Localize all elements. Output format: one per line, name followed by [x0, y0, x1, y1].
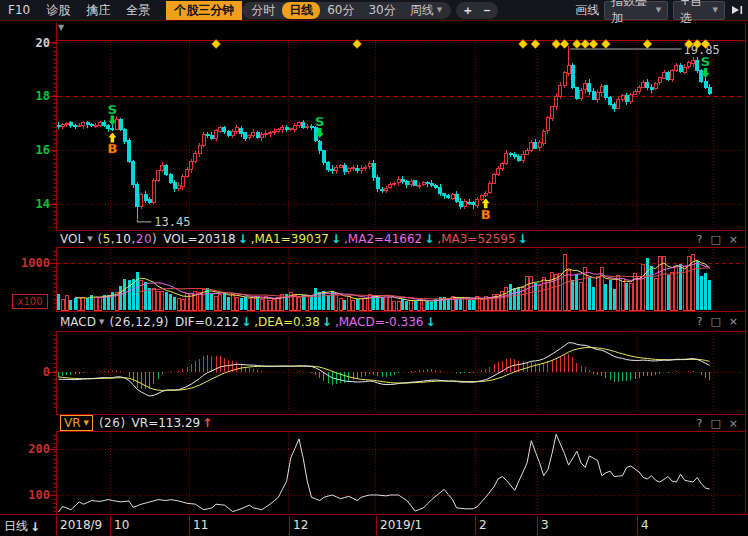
chart-dropdown-icon[interactable]: ▼: [58, 23, 64, 32]
macd-indicator-selector[interactable]: MACD ▼: [60, 315, 104, 329]
add-watchlist-button[interactable]: +自选 ▼: [673, 1, 725, 20]
indicator-value: ,MACD=-0.336: [335, 315, 424, 329]
period-switcher: 分时日线60分30分周线▼: [242, 2, 451, 19]
timeframe-label: 日线: [4, 518, 28, 535]
indicator-value: ,MA1=39037: [251, 232, 329, 246]
top-tabs: F10诊股擒庄全景个股三分钟: [8, 1, 242, 20]
vr-params: (26): [99, 416, 126, 430]
axis-labels: 2018161410000200100: [21, 36, 50, 502]
date-axis-tick: [289, 516, 290, 535]
chevron-down-icon: ▼: [713, 6, 718, 14]
close-icon[interactable]: ×: [729, 417, 738, 430]
vol-indicator-selector[interactable]: VOL ▼: [60, 232, 93, 246]
date-axis-tick: [537, 516, 538, 535]
indicator-value: ,MA2=41662: [344, 232, 422, 246]
collapse-panel-icon[interactable]: [730, 4, 745, 16]
date-axis-tick: [376, 516, 377, 535]
tab-diagnose-stock[interactable]: 诊股: [46, 1, 70, 20]
macd-panel-header: MACD ▼ (26,12,9) DIF=0.212↓,DEA=0.38↓,MA…: [56, 311, 745, 332]
chevron-down-icon: ▼: [437, 2, 442, 19]
period-label: 30分: [368, 2, 395, 19]
close-icon[interactable]: ×: [729, 315, 738, 328]
period-label: 周线: [410, 2, 434, 19]
tab-f10[interactable]: F10: [8, 1, 30, 20]
svg-text:13.45: 13.45: [154, 215, 190, 229]
period-30min[interactable]: 30分: [361, 2, 402, 19]
svg-text:16: 16: [36, 143, 50, 157]
period-daily[interactable]: 日线: [282, 2, 320, 19]
draw-line-button[interactable]: 画线: [575, 2, 599, 19]
trend-arrow-icon: ↓: [425, 315, 435, 329]
tab-capture-banker[interactable]: 擒庄: [86, 1, 110, 20]
help-icon[interactable]: ?: [697, 417, 703, 430]
macd-values: DIF=0.212↓,DEA=0.38↓,MACD=-0.336↓: [175, 315, 438, 329]
date-axis-tick: [110, 516, 111, 535]
chevron-down-icon: ▼: [656, 6, 661, 14]
timeframe-selector[interactable]: 日线 ↓: [4, 518, 40, 535]
chevron-down-icon: ▼: [84, 419, 89, 427]
chevron-down-icon: ▼: [99, 318, 104, 326]
arrow-down-icon: ↓: [30, 520, 40, 534]
indicator-value: 5: [103, 232, 111, 246]
vol-params: (5,10,20): [98, 232, 158, 246]
trend-arrow-icon: ↓: [518, 232, 528, 246]
zoom-in-button[interactable]: ＋: [458, 2, 477, 19]
period-label: 日线: [289, 2, 313, 19]
help-icon[interactable]: ?: [697, 315, 703, 328]
vr-indicator-selector[interactable]: VR ▼: [60, 415, 93, 431]
vol-panel-icons: ?□×: [697, 233, 738, 246]
vol-panel-header: VOL ▼ (5,10,20) VOL=20318↓,MA1=39037↓,MA…: [56, 230, 745, 248]
vr-indicator-name: VR: [64, 416, 81, 430]
indicator-value: 20: [136, 232, 152, 246]
trend-arrow-icon: ↓: [238, 232, 248, 246]
date-axis-label: 4: [641, 518, 649, 532]
svg-text:S: S: [701, 54, 710, 69]
date-axis-label: 3: [541, 518, 549, 532]
tab-stock-3min[interactable]: 个股三分钟: [166, 1, 242, 20]
svg-text:0: 0: [43, 365, 50, 379]
period-intraday[interactable]: 分时: [244, 2, 282, 19]
period-weekly[interactable]: 周线▼: [403, 2, 449, 19]
period-label: 60分: [327, 2, 354, 19]
volume-unit-label: x100: [12, 294, 48, 309]
vol-values: VOL=20318↓,MA1=39037↓,MA2=41662↓,MA3=525…: [163, 232, 530, 246]
date-axis-tick: [189, 516, 190, 535]
tab-panorama[interactable]: 全景: [126, 1, 150, 20]
volume-panel[interactable]: [57, 254, 711, 310]
indicator-value: DIF=0.212: [175, 315, 239, 329]
indicator-value: 10: [115, 232, 131, 246]
stock-chart-app: F10诊股擒庄全景个股三分钟 分时日线60分30分周线▼ ＋ － 画线 指数叠加…: [0, 0, 748, 536]
zoom-out-button[interactable]: －: [477, 2, 496, 19]
indicator-value: VR=113.29: [132, 416, 201, 430]
index-overlay-button[interactable]: 指数叠加 ▼: [604, 1, 668, 20]
maximize-icon[interactable]: □: [710, 315, 720, 328]
help-icon[interactable]: ?: [697, 233, 703, 246]
zoom-pill: ＋ －: [456, 2, 498, 19]
svg-text:S: S: [108, 102, 117, 117]
period-label: 分时: [251, 2, 275, 19]
svg-text:14: 14: [36, 197, 50, 211]
add-watchlist-label: +自选: [680, 0, 708, 27]
date-axis-tick: [56, 516, 57, 535]
macd-params: (26,12,9): [109, 315, 169, 329]
date-axis-label: 2019/1: [380, 518, 422, 532]
date-axis-label: 2018/9: [60, 518, 102, 532]
chart-plot[interactable]: 201816141000020010013.4519.85SBSBS: [0, 0, 748, 536]
date-axis-tick: [475, 516, 476, 535]
date-axis-label: 12: [293, 518, 308, 532]
indicator-value: ,MA3=52595: [437, 232, 515, 246]
date-axis-label: 10: [114, 518, 129, 532]
maximize-icon[interactable]: □: [710, 417, 720, 430]
macd-panel-icons: ?□×: [697, 315, 738, 328]
svg-text:20: 20: [36, 36, 50, 50]
date-axis-tick: [637, 516, 638, 535]
svg-text:S: S: [315, 114, 324, 129]
close-icon[interactable]: ×: [729, 233, 738, 246]
toolbar-right: 分时日线60分30分周线▼ ＋ － 画线 指数叠加 ▼ +自选 ▼: [242, 1, 745, 20]
macd-panel[interactable]: [59, 343, 710, 396]
main-price-panel[interactable]: 13.4519.85: [57, 43, 720, 229]
period-60min[interactable]: 60分: [320, 2, 361, 19]
vr-panel[interactable]: [59, 434, 710, 512]
maximize-icon[interactable]: □: [710, 233, 720, 246]
indicator-value: VOL=20318: [163, 232, 235, 246]
